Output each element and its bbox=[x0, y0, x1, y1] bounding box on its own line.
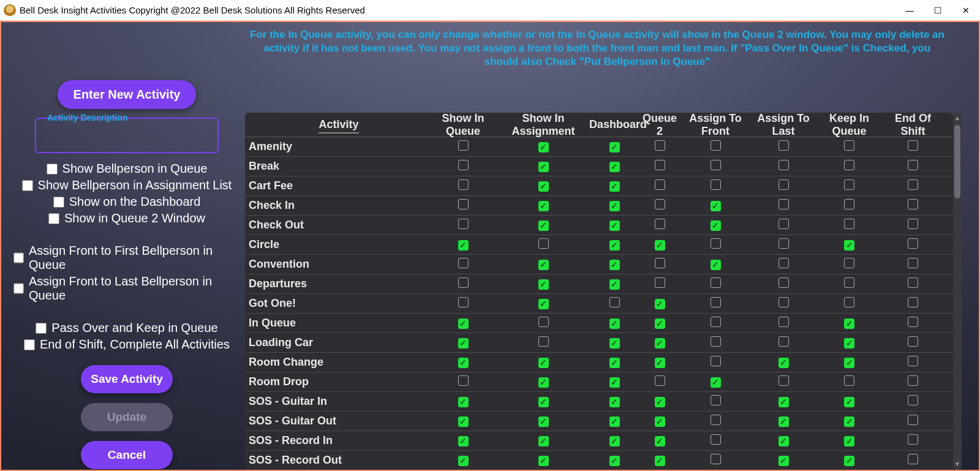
grid-checkbox[interactable] bbox=[778, 199, 789, 209]
save-activity-button[interactable]: Save Activity bbox=[81, 365, 173, 393]
grid-checkbox[interactable] bbox=[609, 201, 620, 211]
grid-checkbox[interactable] bbox=[908, 336, 918, 347]
grid-checkbox[interactable] bbox=[538, 181, 549, 192]
grid-checkbox[interactable] bbox=[655, 436, 665, 447]
table-row[interactable]: In Queue bbox=[245, 314, 953, 333]
grid-checkbox[interactable] bbox=[655, 456, 665, 466]
grid-checkbox[interactable] bbox=[538, 279, 549, 290]
grid-checkbox[interactable] bbox=[710, 434, 721, 445]
grid-checkbox[interactable] bbox=[538, 142, 549, 153]
table-row[interactable]: Got One! bbox=[245, 294, 953, 314]
grid-checkbox[interactable] bbox=[609, 338, 620, 349]
grid-checkbox[interactable] bbox=[778, 336, 789, 347]
grid-checkbox[interactable] bbox=[778, 297, 789, 307]
grid-checkbox[interactable] bbox=[778, 219, 789, 229]
scroll-thumb[interactable] bbox=[954, 125, 960, 198]
header-assign-front[interactable]: Assign To Front bbox=[680, 113, 751, 138]
table-row[interactable]: Check In bbox=[245, 196, 953, 216]
grid-checkbox[interactable] bbox=[609, 220, 620, 231]
grid-checkbox[interactable] bbox=[538, 377, 549, 388]
grid-checkbox[interactable] bbox=[609, 181, 620, 192]
grid-checkbox[interactable] bbox=[655, 416, 665, 427]
grid-checkbox[interactable] bbox=[908, 297, 918, 307]
grid-checkbox[interactable] bbox=[778, 317, 789, 327]
grid-checkbox[interactable] bbox=[458, 338, 469, 349]
grid-checkbox[interactable] bbox=[844, 456, 854, 466]
grid-checkbox[interactable] bbox=[655, 277, 665, 288]
grid-checkbox[interactable] bbox=[908, 356, 918, 366]
checkbox[interactable] bbox=[24, 339, 35, 350]
grid-checkbox[interactable] bbox=[458, 160, 469, 170]
grid-checkbox[interactable] bbox=[655, 160, 665, 170]
grid-checkbox[interactable] bbox=[908, 219, 918, 229]
grid-checkbox[interactable] bbox=[609, 142, 620, 153]
checkbox[interactable] bbox=[36, 323, 47, 334]
grid-checkbox[interactable] bbox=[458, 416, 469, 427]
grid-checkbox[interactable] bbox=[655, 299, 665, 309]
grid-checkbox[interactable] bbox=[538, 201, 549, 211]
enter-new-activity-button[interactable]: Enter New Activity bbox=[58, 80, 197, 109]
grid-checkbox[interactable] bbox=[458, 397, 469, 407]
table-row[interactable]: Loading Car bbox=[245, 333, 953, 353]
grid-checkbox[interactable] bbox=[655, 258, 665, 268]
grid-checkbox[interactable] bbox=[778, 140, 789, 151]
grid-checkbox[interactable] bbox=[710, 201, 721, 211]
grid-checkbox[interactable] bbox=[710, 260, 721, 270]
grid-checkbox[interactable] bbox=[778, 397, 789, 407]
grid-checkbox[interactable] bbox=[844, 416, 854, 427]
grid-checkbox[interactable] bbox=[844, 199, 854, 209]
grid-checkbox[interactable] bbox=[844, 277, 854, 288]
grid-checkbox[interactable] bbox=[538, 299, 549, 309]
grid-checkbox[interactable] bbox=[609, 397, 620, 407]
grid-checkbox[interactable] bbox=[908, 258, 918, 268]
check-show-queue2[interactable]: Show in Queue 2 Window bbox=[13, 211, 240, 225]
check-pass-over[interactable]: Pass Over and Keep in Queue bbox=[13, 321, 240, 335]
check-assign-last[interactable]: Assign Front to Last Bellperson in Queue bbox=[13, 274, 240, 303]
grid-checkbox[interactable] bbox=[710, 140, 721, 151]
grid-checkbox[interactable] bbox=[458, 277, 469, 288]
grid-checkbox[interactable] bbox=[609, 297, 620, 307]
grid-checkbox[interactable] bbox=[908, 375, 918, 386]
grid-checkbox[interactable] bbox=[778, 456, 789, 466]
grid-checkbox[interactable] bbox=[538, 456, 549, 466]
minimize-button[interactable]: — bbox=[895, 0, 924, 21]
grid-checkbox[interactable] bbox=[778, 277, 789, 288]
grid-checkbox[interactable] bbox=[655, 219, 665, 229]
header-end-of-shift[interactable]: End Of Shift bbox=[883, 113, 943, 138]
grid-checkbox[interactable] bbox=[458, 140, 469, 151]
grid-checkbox[interactable] bbox=[609, 436, 620, 447]
grid-checkbox[interactable] bbox=[778, 238, 789, 249]
cancel-button[interactable]: Cancel bbox=[81, 441, 173, 469]
header-show-in-assignment[interactable]: Show In Assignment bbox=[497, 113, 589, 138]
grid-checkbox[interactable] bbox=[778, 375, 789, 386]
grid-checkbox[interactable] bbox=[844, 318, 854, 329]
grid-checkbox[interactable] bbox=[710, 395, 721, 405]
table-row[interactable]: SOS - Guitar Out bbox=[245, 412, 953, 431]
grid-checkbox[interactable] bbox=[710, 415, 721, 425]
grid-checkbox[interactable] bbox=[908, 140, 918, 151]
grid-checkbox[interactable] bbox=[609, 416, 620, 427]
grid-checkbox[interactable] bbox=[710, 297, 721, 307]
grid-checkbox[interactable] bbox=[609, 260, 620, 270]
grid-checkbox[interactable] bbox=[778, 416, 789, 427]
grid-checkbox[interactable] bbox=[844, 338, 854, 349]
grid-checkbox[interactable] bbox=[844, 258, 854, 268]
table-row[interactable]: SOS - Guitar In bbox=[245, 392, 953, 412]
grid-checkbox[interactable] bbox=[458, 219, 469, 229]
grid-checkbox[interactable] bbox=[458, 436, 469, 447]
check-end-shift[interactable]: End of Shift, Complete All Activities bbox=[13, 337, 240, 352]
grid-checkbox[interactable] bbox=[538, 238, 549, 249]
grid-checkbox[interactable] bbox=[778, 160, 789, 170]
grid-checkbox[interactable] bbox=[908, 238, 918, 249]
close-button[interactable]: ✕ bbox=[952, 0, 980, 21]
check-show-dashboard[interactable]: Show on the Dashboard bbox=[13, 195, 240, 209]
header-keep-in-queue[interactable]: Keep In Queue bbox=[816, 113, 883, 138]
activity-description-field[interactable]: Activity Description bbox=[35, 118, 219, 153]
grid-checkbox[interactable] bbox=[609, 358, 620, 368]
grid-checkbox[interactable] bbox=[908, 277, 918, 288]
grid-checkbox[interactable] bbox=[538, 317, 549, 327]
grid-checkbox[interactable] bbox=[655, 240, 665, 251]
grid-checkbox[interactable] bbox=[908, 454, 918, 464]
grid-checkbox[interactable] bbox=[538, 220, 549, 231]
grid-checkbox[interactable] bbox=[710, 220, 721, 231]
